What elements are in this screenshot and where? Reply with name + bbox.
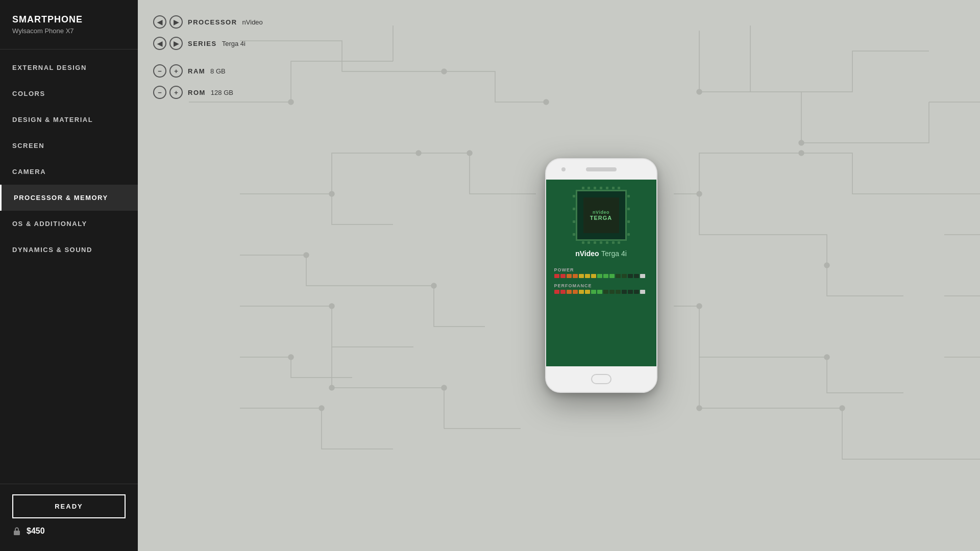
proc-model-text: Terga 4i: [601, 249, 627, 258]
performance-label: PERFOMANCE: [554, 283, 648, 288]
rom-label: ROM: [188, 89, 206, 96]
rom-value: 128 GB: [211, 89, 233, 96]
svg-point-15: [442, 385, 447, 390]
phone-home-button[interactable]: [591, 374, 611, 384]
processor-controls: ◀ ▶: [153, 15, 183, 29]
ram-decrease-button[interactable]: −: [153, 64, 166, 78]
svg-point-12: [824, 263, 829, 268]
processor-value: nVideo: [242, 18, 263, 26]
sidebar-item-camera[interactable]: CAMERA: [0, 159, 138, 185]
config-panel: ◀ ▶ PROCESSOR nVideo ◀ ▶ SERIES Terga 4i…: [153, 15, 263, 107]
rom-controls: − +: [153, 86, 183, 99]
svg-point-13: [329, 304, 334, 309]
chip-model-label: TERGA: [590, 215, 612, 221]
phone-mockup: nVideo TERGA nVideo Terga 4i POWE: [545, 158, 657, 393]
svg-point-23: [288, 355, 293, 360]
power-bar: [554, 274, 648, 278]
performance-stat: PERFOMANCE: [554, 283, 648, 294]
price-display: $450: [12, 527, 126, 536]
svg-point-2: [442, 69, 447, 74]
svg-point-22: [431, 283, 436, 288]
phone-body: nVideo TERGA nVideo Terga 4i POWE: [545, 158, 657, 393]
app-subtitle: Wylsacom Phone X7: [12, 27, 126, 35]
series-controls: ◀ ▶: [153, 37, 183, 50]
sidebar-item-os-additionaly[interactable]: OS & ADDITIONALY: [0, 211, 138, 237]
sidebar-header: SMARTPHONE Wylsacom Phone X7: [0, 0, 138, 49]
svg-point-11: [799, 151, 804, 156]
svg-point-3: [544, 99, 549, 105]
phone-top-bar: [546, 159, 656, 180]
app-brand: SMARTPHONE: [12, 14, 126, 25]
series-prev-button[interactable]: ◀: [153, 37, 166, 50]
processor-prev-button[interactable]: ◀: [153, 15, 166, 29]
processor-label: PROCESSOR: [188, 18, 237, 26]
svg-point-8: [467, 151, 472, 156]
sidebar-item-external-design[interactable]: EXTERNAL DESIGN: [0, 55, 138, 81]
phone-speaker: [586, 167, 617, 171]
lock-icon: [12, 527, 21, 536]
screen-content: nVideo TERGA nVideo Terga 4i POWE: [546, 180, 656, 366]
series-value: Terga 4i: [222, 40, 246, 47]
chip-inner: nVideo TERGA: [583, 197, 619, 233]
chip-display-area: nVideo TERGA: [554, 190, 648, 241]
sidebar-item-screen[interactable]: SCREEN: [0, 133, 138, 159]
svg-point-5: [697, 89, 702, 94]
series-config-row: ◀ ▶ SERIES Terga 4i: [153, 37, 263, 50]
svg-point-20: [824, 355, 829, 360]
ready-button[interactable]: READY: [12, 494, 126, 518]
price-value: $450: [27, 527, 45, 536]
chip-brand-label: nVideo: [593, 210, 609, 215]
phone-camera: [561, 167, 566, 171]
series-label: SERIES: [188, 40, 217, 47]
chip-visual: nVideo TERGA: [576, 190, 627, 241]
svg-point-19: [840, 406, 845, 411]
main-content: ◀ ▶ PROCESSOR nVideo ◀ ▶ SERIES Terga 4i…: [138, 0, 980, 551]
ram-value: 8 GB: [210, 67, 226, 75]
processor-next-button[interactable]: ▶: [169, 15, 183, 29]
ram-config-row: − + RAM 8 GB: [153, 64, 263, 78]
svg-rect-0: [14, 531, 20, 535]
svg-point-9: [416, 151, 421, 156]
rom-config-row: − + ROM 128 GB: [153, 86, 263, 99]
svg-point-18: [697, 406, 702, 411]
phone-screen: nVideo TERGA nVideo Terga 4i POWE: [546, 180, 656, 366]
ram-increase-button[interactable]: +: [169, 64, 183, 78]
svg-point-6: [799, 140, 804, 145]
svg-point-21: [304, 253, 309, 258]
sidebar: SMARTPHONE Wylsacom Phone X7 EXTERNAL DE…: [0, 0, 138, 551]
performance-bar: [554, 290, 648, 294]
phone-bottom-bar: [546, 366, 656, 392]
sidebar-item-colors[interactable]: COLORS: [0, 81, 138, 107]
svg-point-14: [329, 385, 334, 390]
rom-increase-button[interactable]: +: [169, 86, 183, 99]
svg-point-16: [319, 406, 324, 411]
svg-point-4: [288, 99, 293, 105]
processor-config-row: ◀ ▶ PROCESSOR nVideo: [153, 15, 263, 29]
power-stat: POWER: [554, 267, 648, 278]
power-label: POWER: [554, 267, 648, 272]
proc-brand-text: nVideo: [575, 249, 599, 258]
sidebar-item-processor-memory[interactable]: PROCESSOR & MEMORY: [0, 185, 138, 211]
sidebar-item-design-material[interactable]: DESIGN & MATERIAL: [0, 107, 138, 133]
series-next-button[interactable]: ▶: [169, 37, 183, 50]
sidebar-footer: READY $450: [0, 484, 138, 551]
rom-decrease-button[interactable]: −: [153, 86, 166, 99]
processor-name-display: nVideo Terga 4i: [554, 249, 648, 258]
ram-label: RAM: [188, 67, 205, 75]
sidebar-item-dynamics-sound[interactable]: DYNAMICS & SOUND: [0, 237, 138, 263]
ram-controls: − +: [153, 64, 183, 78]
svg-point-17: [697, 304, 702, 309]
nav-menu: EXTERNAL DESIGN COLORS DESIGN & MATERIAL…: [0, 49, 138, 484]
